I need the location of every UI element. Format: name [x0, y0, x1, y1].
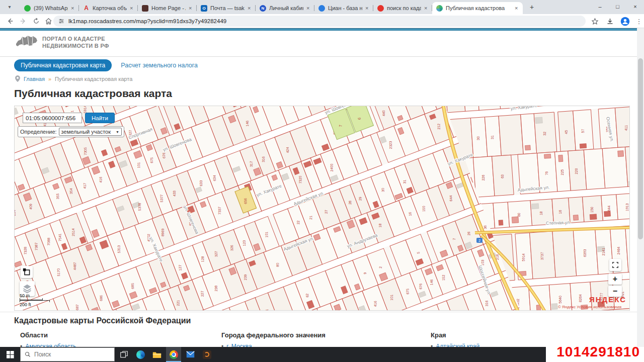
tab[interactable]: (39) WhatsApp×: [20, 2, 79, 14]
svg-text:7387: 7387: [34, 242, 38, 250]
page-scrollbar[interactable]: [637, 28, 644, 347]
svg-text:123: 123: [243, 240, 246, 246]
download-icon[interactable]: [605, 16, 615, 26]
tab-search-chevron-icon[interactable]: ▾: [4, 3, 15, 12]
svg-text:30: 30: [476, 136, 480, 140]
russia-map-icon: [15, 34, 38, 50]
tab-favicon: O: [201, 5, 207, 12]
window-minimize-button[interactable]: –: [591, 0, 609, 14]
svg-text:7: 7: [338, 125, 343, 127]
header-divider: [0, 56, 644, 57]
site-settings-icon[interactable]: [58, 18, 64, 24]
svg-text:28: 28: [348, 201, 352, 205]
window-controls: – □ ×: [591, 0, 644, 14]
fullscreen-button[interactable]: [609, 259, 621, 271]
tab-close-icon[interactable]: ×: [424, 5, 429, 11]
tab[interactable]: поиск по кадастру — Ян×: [373, 2, 432, 14]
bookmark-star-icon[interactable]: [590, 16, 600, 26]
address-bar[interactable]: lk1map.roscadastres.com/map?ysclid=m91dx…: [53, 16, 586, 27]
svg-text:220: 220: [575, 168, 578, 174]
zoom-out-button[interactable]: −: [608, 286, 622, 297]
back-icon[interactable]: [5, 16, 15, 26]
svg-text:685: 685: [131, 283, 134, 289]
svg-text:146: 146: [430, 279, 433, 285]
svg-text:2: 2: [379, 266, 382, 268]
tab-active[interactable]: Публичная кадастрова×: [432, 2, 523, 14]
profile-avatar[interactable]: [620, 16, 630, 26]
tab-close-icon[interactable]: ×: [71, 5, 76, 11]
tab[interactable]: OПочта — tsakanov_rm@×: [197, 2, 256, 14]
svg-text:254: 254: [15, 210, 16, 216]
breadcrumb-current: Публичная кадастровая карта: [55, 76, 132, 82]
footer-column-title: Области: [20, 331, 76, 339]
scrollbar-thumb[interactable]: [638, 58, 643, 239]
svg-text:2464: 2464: [617, 247, 620, 255]
tab-close-icon[interactable]: ×: [130, 5, 135, 11]
home-icon[interactable]: [43, 16, 53, 26]
nav-tab-public-map[interactable]: Публичная кадастровая карта: [14, 59, 112, 71]
svg-text:7088: 7088: [47, 238, 50, 246]
tab-close-icon[interactable]: ×: [365, 5, 370, 11]
chevron-down-icon: ▼: [116, 130, 119, 134]
file-explorer-button[interactable]: [149, 347, 165, 362]
tab-close-icon[interactable]: ×: [515, 5, 520, 11]
find-button[interactable]: Найти: [85, 113, 115, 123]
cadastral-map[interactable]: 7541251453785377433633634317316424423440…: [14, 106, 630, 311]
svg-text:2400: 2400: [330, 163, 334, 171]
tab[interactable]: Циан - база недвижим×: [314, 2, 373, 14]
site-logo[interactable]: ПОРТАЛ О КАДАСТРЕ НЕДВИЖИМОСТИ В РФ: [15, 34, 109, 50]
svg-text:326: 326: [230, 245, 233, 251]
svg-text:152: 152: [442, 275, 445, 281]
nav-tab-land-tax[interactable]: Расчет земельного налога: [121, 62, 198, 69]
svg-text:30: 30: [381, 188, 385, 192]
svg-text:31: 31: [491, 135, 494, 139]
svg-text:687: 687: [75, 304, 79, 310]
svg-text:409: 409: [29, 204, 32, 210]
svg-text:63: 63: [501, 174, 504, 178]
svg-text:5640: 5640: [558, 296, 562, 304]
svg-text:355: 355: [56, 193, 59, 199]
taskbar-search[interactable]: [20, 347, 115, 361]
svg-text:16: 16: [409, 212, 412, 216]
chrome-button[interactable]: [166, 347, 181, 362]
definition-select[interactable]: земельный участок ▼: [59, 128, 122, 136]
new-tab-button[interactable]: +: [527, 3, 536, 12]
taskbar-search-input[interactable]: [34, 351, 100, 358]
svg-text:327: 327: [214, 251, 218, 257]
measure-tool-button[interactable]: [21, 266, 33, 278]
layers-icon: [22, 284, 32, 294]
svg-text:433: 433: [173, 191, 176, 197]
tab-close-icon[interactable]: ×: [306, 5, 311, 11]
tab[interactable]: NЛичный кабинет — НЕА×: [256, 2, 314, 14]
edge-button[interactable]: [133, 347, 148, 362]
window-close-button[interactable]: ×: [626, 0, 644, 14]
svg-text:417: 417: [83, 183, 87, 189]
tab[interactable]: АКарточка объекта недв×: [79, 2, 138, 14]
tab[interactable]: Home Page - AgentSyste×: [138, 2, 197, 14]
svg-text:76: 76: [545, 171, 548, 175]
start-button[interactable]: [0, 347, 20, 362]
svg-text:127: 127: [178, 265, 182, 271]
reload-icon[interactable]: [31, 16, 41, 26]
url-text[interactable]: lk1map.roscadastres.com/map?ysclid=m91dx…: [68, 18, 226, 24]
tab-close-icon[interactable]: ×: [248, 5, 253, 11]
tab-title: Почта — tsakanov_rm@: [210, 5, 245, 11]
tab-favicon: [24, 5, 31, 12]
browser-menu-icon[interactable]: ⋮: [634, 16, 644, 26]
zoom-in-button[interactable]: +: [608, 274, 622, 285]
window-maximize-button[interactable]: □: [609, 0, 626, 14]
svg-text:5: 5: [417, 252, 420, 254]
tab-close-icon[interactable]: ×: [189, 5, 194, 11]
svg-text:146: 146: [246, 121, 249, 127]
cadastral-number-input[interactable]: [23, 113, 82, 123]
media-app-button[interactable]: [199, 347, 214, 362]
location-pin-icon: [15, 75, 20, 82]
breadcrumb-home-link[interactable]: Главная: [24, 76, 45, 82]
task-view-button[interactable]: [116, 347, 131, 362]
forward-icon[interactable]: [18, 16, 28, 26]
svg-text:411: 411: [624, 125, 628, 131]
mail-button[interactable]: [183, 347, 198, 362]
svg-text:2141: 2141: [602, 248, 605, 256]
svg-text:31: 31: [403, 179, 407, 184]
svg-text:644: 644: [449, 196, 453, 202]
